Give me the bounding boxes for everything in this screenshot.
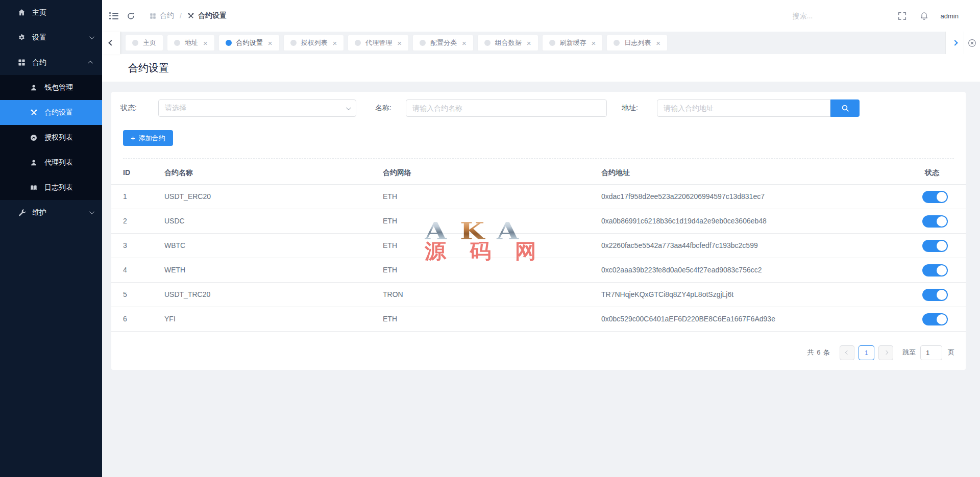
bell-icon[interactable]	[920, 12, 928, 20]
close-icon[interactable]: ×	[592, 39, 596, 47]
sidebar-item-label: 合约设置	[44, 108, 93, 117]
status-toggle[interactable]	[922, 240, 948, 252]
sidebar-item-agent-list[interactable]: 代理列表	[0, 150, 102, 175]
status-select[interactable]: 请选择	[158, 99, 356, 117]
tab-dot-icon	[132, 40, 138, 46]
sidebar-item-label: 维护	[32, 208, 89, 217]
tab-address[interactable]: 地址×	[167, 35, 215, 51]
sidebar-item-contract[interactable]: 合约	[0, 50, 102, 75]
search-input[interactable]	[793, 12, 885, 20]
navbar-right: admin	[793, 12, 980, 20]
sidebar-item-wallet-manage[interactable]: 钱包管理	[0, 75, 102, 100]
table-header: ID 合约名称 合约网络 合约地址 状态	[111, 162, 966, 185]
status-toggle[interactable]	[922, 289, 948, 301]
sidebar-item-maintenance[interactable]: 维护	[0, 200, 102, 225]
address-filter-label: 地址:	[622, 104, 638, 113]
tabs-scroll-left-button[interactable]	[102, 32, 120, 54]
close-icon[interactable]: ×	[462, 39, 467, 47]
blocks-icon	[150, 13, 156, 19]
sidebar-item-home[interactable]: 主页	[0, 0, 102, 25]
tab-auth-list[interactable]: 授权列表×	[283, 35, 345, 51]
prev-page-button[interactable]	[840, 345, 854, 360]
close-icon[interactable]: ×	[656, 39, 660, 47]
search-icon	[841, 104, 849, 112]
sidebar-item-auth-list[interactable]: 授权列表	[0, 125, 102, 150]
fullscreen-icon[interactable]	[898, 12, 906, 20]
search-button[interactable]	[830, 99, 860, 117]
tab-label: 配置分类	[430, 38, 457, 47]
person-icon	[30, 159, 38, 167]
column-header-address: 合约地址	[601, 168, 630, 178]
breadcrumb-section[interactable]: 合约	[160, 11, 174, 20]
close-icon[interactable]: ×	[527, 39, 531, 47]
tab-agent-manage[interactable]: 代理管理×	[348, 35, 409, 51]
pagination-total: 共 6 条	[807, 348, 830, 357]
close-icon[interactable]: ×	[268, 39, 273, 47]
table-row: 3 WBTC ETH 0x2260fac5e5542a773aa44fbcfed…	[111, 234, 966, 258]
close-circle-icon	[968, 39, 976, 47]
tab-refresh-cache[interactable]: 刷新缓存×	[542, 35, 603, 51]
breadcrumb: 合约 / 合约设置	[150, 11, 227, 20]
refresh-icon[interactable]	[127, 12, 135, 20]
cell-id: 2	[123, 217, 127, 225]
tab-combined-data[interactable]: 组合数据×	[477, 35, 538, 51]
current-page-button[interactable]: 1	[859, 345, 874, 360]
sidebar-item-label: 代理列表	[44, 158, 93, 167]
jump-to-page-input[interactable]	[920, 345, 942, 360]
tab-label: 主页	[143, 38, 156, 47]
collapse-menu-icon[interactable]	[109, 11, 118, 21]
close-icon[interactable]: ×	[203, 39, 208, 47]
status-filter-label: 状态:	[120, 104, 137, 113]
status-select-placeholder: 请选择	[165, 104, 186, 113]
content-card: 状态: 请选择 名称: 地址: + 添加合约 ID 合约名称 合约网络 合约地址…	[111, 92, 966, 370]
address-filter-input[interactable]	[657, 99, 830, 117]
tab-home[interactable]: 主页	[125, 35, 163, 51]
cell-id: 4	[123, 266, 127, 274]
cell-id: 1	[123, 192, 127, 200]
divider	[123, 158, 954, 159]
name-filter-input[interactable]	[406, 99, 607, 117]
cell-address: 0xdac17f958d2ee523a2206206994597c13d831e…	[601, 192, 765, 200]
close-icon[interactable]: ×	[397, 39, 402, 47]
app-root: 主页 设置 合约 钱包管理	[0, 0, 980, 477]
sidebar-item-settings[interactable]: 设置	[0, 25, 102, 50]
tab-config-category[interactable]: 配置分类×	[412, 35, 474, 51]
sidebar-item-log-list[interactable]: 日志列表	[0, 175, 102, 200]
close-icon[interactable]: ×	[333, 39, 337, 47]
cell-network: TRON	[383, 290, 403, 298]
column-header-network: 合约网络	[383, 168, 411, 178]
chevron-right-icon	[952, 40, 958, 45]
sidebar-item-contract-settings[interactable]: 合约设置	[0, 100, 102, 125]
tab-dot-icon	[484, 40, 491, 46]
cell-address: TR7NHqjeKQxGTCi8q8ZY4pL8otSzgjLj6t	[601, 290, 733, 298]
home-icon	[17, 9, 26, 17]
status-toggle[interactable]	[922, 264, 948, 277]
sidebar-item-label: 合约	[32, 58, 89, 67]
tab-dot-icon	[420, 40, 426, 46]
cell-id: 5	[123, 290, 127, 298]
tab-contract-settings[interactable]: 合约设置×	[218, 35, 280, 51]
tab-label: 刷新缓存	[560, 38, 586, 47]
sidebar-item-label: 授权列表	[44, 133, 93, 142]
page-header: 合约设置	[102, 54, 980, 82]
tab-dot-icon	[549, 40, 555, 46]
status-toggle[interactable]	[922, 191, 948, 203]
close-all-tabs-button[interactable]	[964, 32, 980, 54]
cell-name: WETH	[164, 266, 185, 274]
status-toggle[interactable]	[922, 313, 948, 325]
next-page-button[interactable]	[878, 345, 893, 360]
tools-icon	[187, 12, 194, 19]
table-row: 1 USDT_ERC20 ETH 0xdac17f958d2ee523a2206…	[111, 185, 966, 209]
tab-log-list[interactable]: 日志列表×	[606, 35, 668, 51]
tabs-scroll-right-button[interactable]	[945, 32, 964, 54]
tab-dot-icon	[174, 40, 180, 46]
status-toggle[interactable]	[922, 215, 948, 228]
chevron-down-icon	[89, 34, 94, 39]
breadcrumb-current: 合约设置	[198, 11, 227, 20]
chevron-down-icon	[346, 105, 351, 110]
user-menu[interactable]: admin	[941, 12, 959, 20]
tab-dot-icon	[226, 40, 232, 46]
page-suffix-label: 页	[948, 348, 954, 357]
cell-network: ETH	[383, 241, 397, 249]
add-contract-button[interactable]: + 添加合约	[123, 130, 173, 146]
